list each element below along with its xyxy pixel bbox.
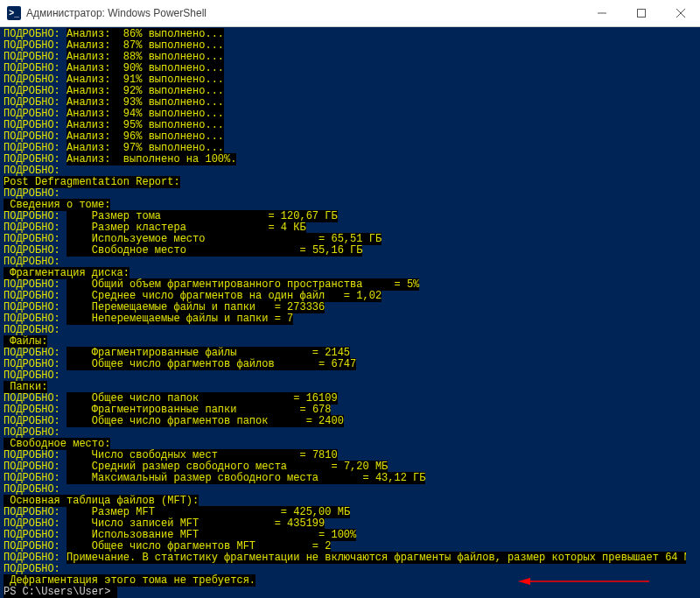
minimize-button[interactable] (582, 0, 621, 26)
output-line: Post Defragmentation Report: (4, 177, 696, 188)
output-line: ПОДРОБНО: Общее число фрагментов папок =… (4, 416, 696, 427)
output-line: ПОДРОБНО: (4, 370, 696, 382)
terminal-output[interactable]: ПОДРОБНО: Анализ: 86% выполнено... ПОДРО… (0, 27, 700, 598)
window-controls (582, 0, 700, 26)
window-title: Администратор: Windows PowerShell (26, 7, 206, 19)
titlebar-left: >_ Администратор: Windows PowerShell (0, 6, 206, 20)
titlebar: >_ Администратор: Windows PowerShell (0, 0, 700, 27)
close-button[interactable] (661, 0, 700, 26)
powershell-window: >_ Администратор: Windows PowerShell ПОД… (0, 0, 700, 598)
maximize-button[interactable] (621, 0, 661, 26)
prompt-line[interactable]: PS C:\Users\User> (4, 587, 696, 598)
svg-rect-1 (637, 10, 645, 18)
output-line: ПОДРОБНО: Свободное место = 55,16 ГБ (4, 245, 696, 257)
output-line: ПОДРОБНО: Общее число фрагментов файлов … (4, 359, 696, 370)
conclusion-line: Дефрагментация этого тома не требуется. (4, 575, 696, 587)
output-line: ПОДРОБНО: Неперемещаемые файлы и папки =… (4, 313, 696, 325)
output-line: ПОДРОБНО: Максимальный размер свободного… (4, 473, 696, 484)
output-line: ПОДРОБНО: (4, 325, 696, 336)
powershell-icon: >_ (7, 6, 21, 20)
conclusion-area: Дефрагментация этого тома не требуется. (4, 575, 696, 587)
output-line: ПОДРОБНО: Анализ: выполнено на 100%. (4, 154, 696, 165)
output-line: ПОДРОБНО: Примечание. В статистику фрагм… (4, 552, 696, 564)
scrollbar-track[interactable] (686, 27, 700, 598)
